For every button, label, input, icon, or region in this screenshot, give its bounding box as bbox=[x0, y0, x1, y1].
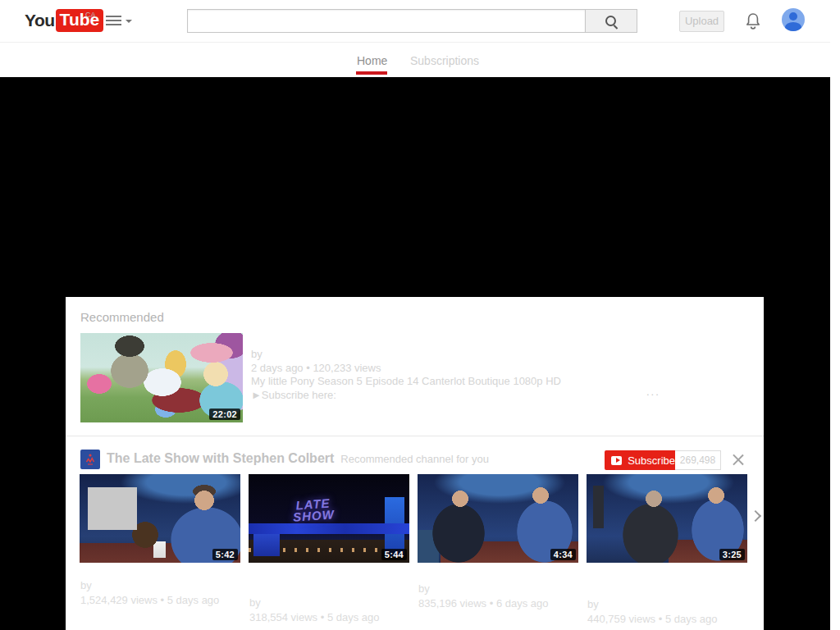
video-meta: 318,554 views • 5 days ago bbox=[249, 611, 380, 623]
video-byline: by bbox=[251, 348, 262, 360]
tab-home[interactable]: Home bbox=[357, 54, 387, 67]
channel-name[interactable]: The Late Show with Stephen Colbert bbox=[107, 451, 334, 466]
video-byline: by bbox=[418, 582, 430, 595]
youtube-play-icon bbox=[611, 456, 622, 465]
more-ellipsis: ... bbox=[646, 386, 660, 398]
duration-badge: 22:02 bbox=[209, 409, 240, 420]
video-description: ►Subscribe here: bbox=[251, 389, 336, 401]
upload-button[interactable]: Upload bbox=[679, 11, 724, 32]
duration-badge: 5:42 bbox=[212, 549, 238, 560]
video-byline: by bbox=[249, 596, 261, 609]
account-avatar[interactable] bbox=[782, 8, 805, 31]
close-icon[interactable] bbox=[731, 453, 745, 467]
duration-badge: 4:34 bbox=[550, 549, 576, 560]
logo-text-you: You bbox=[25, 11, 55, 30]
video-meta: 835,196 views • 6 days ago bbox=[418, 597, 549, 609]
video-meta: 1,524,429 views • 5 days ago bbox=[80, 594, 219, 606]
chevron-down-icon bbox=[126, 20, 132, 23]
video-meta: 2 days ago • 120,233 views bbox=[251, 362, 381, 374]
search-input[interactable] bbox=[187, 9, 585, 33]
subscriber-count: 269,498 bbox=[675, 450, 721, 470]
bell-icon bbox=[743, 11, 763, 32]
recommended-heading: Recommended bbox=[80, 310, 164, 324]
channel-avatar[interactable] bbox=[80, 450, 100, 469]
thumbnail-text: LATE SHOW bbox=[284, 497, 343, 524]
duration-badge: 5:44 bbox=[381, 549, 407, 560]
logo-text-tube: Tube bbox=[56, 9, 104, 32]
subscribe-label: Subscribe bbox=[628, 454, 675, 467]
channel-title-row: The Late Show with Stephen Colbert Recom… bbox=[107, 451, 489, 466]
person-icon bbox=[789, 12, 797, 21]
video-thumbnail-recommended[interactable]: 22:02 bbox=[80, 333, 243, 422]
feed-card: Recommended 22:02 by 2 days ago • 120,23… bbox=[66, 297, 764, 630]
channel-context: Recommended channel for you bbox=[340, 453, 489, 465]
hamburger-icon bbox=[106, 16, 121, 28]
feed-tab-bar: Home Subscriptions bbox=[0, 43, 840, 77]
section-divider bbox=[66, 436, 764, 436]
video-thumbnail-4[interactable]: 3:25 bbox=[587, 474, 747, 563]
video-thumbnail-3[interactable]: 4:34 bbox=[418, 474, 578, 563]
duration-badge: 3:25 bbox=[719, 549, 745, 560]
top-header: You Tube CA Upload bbox=[0, 0, 840, 43]
region-label: CA bbox=[85, 11, 96, 19]
video-thumbnail-1[interactable]: 5:42 bbox=[80, 474, 240, 563]
search-icon bbox=[605, 16, 618, 28]
video-thumbnail-2[interactable]: LATE SHOW 5:44 bbox=[249, 474, 409, 563]
active-tab-underline bbox=[356, 71, 387, 75]
video-byline: by bbox=[587, 598, 599, 610]
tab-subscriptions[interactable]: Subscriptions bbox=[410, 54, 479, 67]
guide-menu-button[interactable] bbox=[106, 15, 132, 28]
youtube-page: You Tube CA Upload Home Subscriptions bbox=[0, 0, 840, 630]
video-meta: 440,759 views • 5 days ago bbox=[587, 613, 718, 625]
notifications-button[interactable] bbox=[743, 11, 763, 32]
video-title[interactable]: My little Pony Season 5 Episode 14 Cante… bbox=[251, 375, 561, 387]
carousel-next-button[interactable] bbox=[751, 512, 760, 520]
search-button[interactable] bbox=[585, 9, 637, 33]
video-byline: by bbox=[80, 579, 92, 591]
subscribe-button[interactable]: Subscribe bbox=[605, 450, 675, 470]
